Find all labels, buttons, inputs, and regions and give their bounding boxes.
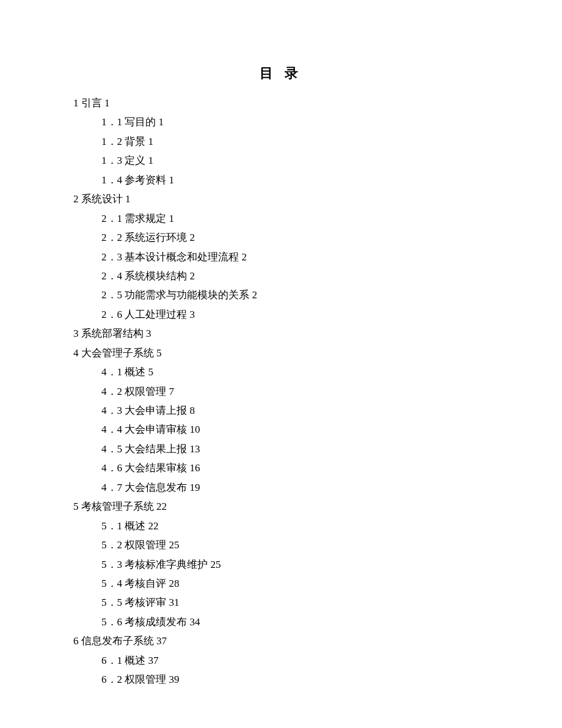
- toc-entry-page: 1: [104, 97, 110, 109]
- toc-entry-page: 16: [190, 462, 200, 474]
- toc-entry-title: 权限管理: [125, 386, 166, 397]
- toc-entry-number: 1．1: [101, 116, 122, 128]
- toc-entry: 1 引言 1: [73, 94, 489, 112]
- toc-entry-number: 2．3: [101, 251, 122, 263]
- toc-entry-page: 1: [148, 136, 154, 147]
- toc-entry-page: 39: [169, 674, 180, 685]
- toc-entry-page: 8: [190, 405, 195, 416]
- toc-entry: 2．4 系统模块结构 2: [101, 267, 489, 285]
- toc-entry-number: 5．2: [101, 539, 122, 551]
- toc-entry-title: 大会结果上报: [125, 443, 187, 455]
- toc-entry-number: 2．5: [101, 289, 122, 301]
- toc-entry-page: 2: [252, 289, 258, 301]
- toc-entry-number: 2．1: [101, 213, 122, 224]
- table-of-contents: 1 引言 11．1 写目的 11．2 背景 11．3 定义 11．4 参考资料 …: [73, 94, 489, 689]
- toc-entry-page: 10: [190, 424, 200, 435]
- toc-entry-title: 参考资料: [125, 174, 166, 186]
- toc-entry-page: 1: [159, 116, 164, 128]
- toc-entry-title: 基本设计概念和处理流程: [125, 251, 239, 263]
- toc-entry-number: 4．4: [101, 424, 122, 435]
- toc-entry-title: 考核标准字典维护: [125, 559, 208, 570]
- toc-entry: 4．7 大会信息发布 19: [101, 478, 489, 497]
- toc-entry-title: 大会申请审核: [125, 424, 187, 435]
- toc-entry: 2．3 基本设计概念和处理流程 2: [101, 248, 489, 267]
- toc-entry: 2 系统设计 1: [73, 189, 489, 208]
- toc-entry-page: 22: [148, 520, 159, 532]
- toc-entry: 1．1 写目的 1: [101, 112, 489, 131]
- toc-entry-number: 4．1: [101, 366, 122, 378]
- toc-entry-number: 6．2: [101, 674, 122, 685]
- toc-entry-title: 考核成绩发布: [125, 616, 187, 628]
- toc-entry-title: 概述: [125, 520, 145, 532]
- toc-entry-page: 1: [148, 155, 154, 166]
- toc-entry: 2．1 需求规定 1: [101, 209, 489, 228]
- toc-entry-page: 22: [156, 501, 167, 512]
- toc-entry-number: 4．6: [101, 462, 122, 474]
- toc-entry-title: 人工处理过程: [125, 309, 187, 320]
- toc-entry: 1．2 背景 1: [101, 132, 489, 151]
- page-title: 目 录: [73, 64, 489, 83]
- toc-entry-page: 37: [156, 635, 167, 647]
- toc-entry-number: 6．1: [101, 655, 122, 666]
- toc-entry-number: 5．4: [101, 578, 122, 589]
- toc-entry-number: 2．4: [101, 270, 122, 282]
- toc-entry-page: 1: [169, 174, 175, 186]
- toc-entry-number: 1．2: [101, 136, 122, 147]
- toc-entry-title: 背景: [125, 136, 145, 147]
- toc-entry: 4．1 概述 5: [101, 362, 489, 381]
- toc-entry: 4 大会管理子系统 5: [73, 344, 489, 362]
- toc-entry: 5 考核管理子系统 22: [73, 497, 489, 516]
- toc-entry-title: 信息发布子系统: [81, 635, 154, 647]
- toc-entry: 5．4 考核自评 28: [101, 574, 489, 593]
- toc-entry-title: 考核自评: [125, 578, 166, 589]
- toc-entry-page: 1: [125, 193, 131, 205]
- toc-entry: 5．6 考核成绩发布 34: [101, 612, 489, 631]
- toc-entry-page: 37: [148, 655, 159, 666]
- toc-entry-number: 4．3: [101, 405, 122, 416]
- toc-entry-page: 34: [190, 616, 200, 628]
- toc-entry-page: 19: [190, 482, 200, 493]
- toc-entry-page: 28: [169, 578, 180, 589]
- toc-entry-title: 大会管理子系统: [81, 347, 154, 359]
- toc-entry: 2．6 人工处理过程 3: [101, 305, 489, 324]
- toc-entry: 6．1 概述 37: [101, 651, 489, 670]
- toc-entry: 2．5 功能需求与功能模块的关系 2: [101, 285, 489, 304]
- toc-entry-page: 13: [190, 443, 200, 455]
- toc-entry-title: 权限管理: [125, 674, 166, 685]
- toc-entry-number: 3: [73, 328, 79, 339]
- toc-entry-title: 系统部署结构: [81, 328, 144, 339]
- toc-entry-number: 2．6: [101, 309, 122, 320]
- toc-entry: 4．2 权限管理 7: [101, 382, 489, 401]
- toc-entry: 2．2 系统运行环境 2: [101, 228, 489, 247]
- toc-entry-page: 7: [169, 386, 175, 397]
- toc-entry-title: 系统模块结构: [125, 270, 187, 282]
- toc-entry-title: 系统运行环境: [125, 232, 187, 243]
- toc-entry: 4．5 大会结果上报 13: [101, 439, 489, 458]
- toc-entry-number: 4．7: [101, 482, 122, 493]
- toc-entry-number: 1: [73, 97, 79, 109]
- toc-entry-title: 大会结果审核: [125, 462, 187, 474]
- toc-entry-number: 4．5: [101, 443, 122, 455]
- toc-entry-page: 25: [169, 539, 180, 551]
- toc-entry-title: 系统设计: [81, 193, 123, 205]
- toc-entry-number: 5: [73, 501, 79, 512]
- toc-entry-number: 4．2: [101, 386, 122, 397]
- toc-entry-number: 5．1: [101, 520, 122, 532]
- toc-entry: 5．5 考核评审 31: [101, 593, 489, 612]
- toc-entry-title: 大会申请上报: [125, 405, 187, 416]
- toc-entry-page: 3: [190, 309, 195, 320]
- toc-entry-title: 考核评审: [125, 597, 166, 608]
- toc-entry-page: 31: [169, 597, 180, 608]
- toc-entry-number: 1．3: [101, 155, 122, 166]
- toc-entry-page: 5: [156, 347, 162, 359]
- toc-entry-page: 5: [148, 366, 154, 378]
- toc-entry-page: 2: [190, 270, 195, 282]
- toc-entry-page: 2: [190, 232, 195, 243]
- toc-entry-title: 权限管理: [125, 539, 166, 551]
- toc-entry-number: 2: [73, 193, 79, 205]
- toc-entry-title: 考核管理子系统: [81, 501, 154, 512]
- toc-entry-title: 定义: [125, 155, 145, 166]
- toc-entry: 3 系统部署结构 3: [73, 324, 489, 343]
- toc-entry-page: 25: [211, 559, 221, 570]
- toc-entry-page: 2: [242, 251, 247, 263]
